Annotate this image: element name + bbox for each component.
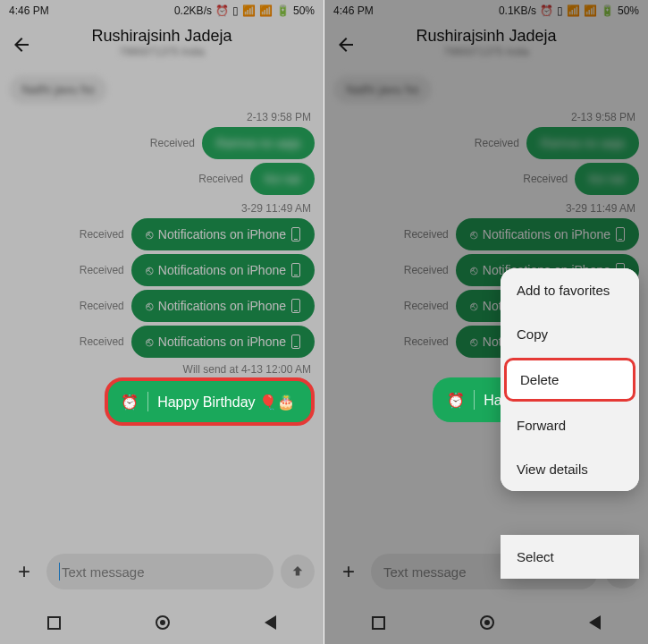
contact-subtitle: 7990071375 India [0, 46, 324, 58]
status-time: 4:46 PM [333, 4, 374, 17]
outgoing-message[interactable]: Ke nai [575, 163, 639, 195]
message-row: Received Ramva no aaja [9, 127, 315, 159]
context-menu-2: Select [501, 535, 639, 579]
menu-select[interactable]: Select [501, 535, 639, 579]
nav-bar [324, 601, 648, 644]
nav-home[interactable] [156, 615, 170, 630]
menu-copy[interactable]: Copy [501, 312, 639, 356]
alarm-icon: ⏰ [540, 4, 553, 17]
alarm-icon: ⏰ [121, 394, 139, 411]
timestamp: 2-13 9:58 PM [333, 111, 635, 123]
phone-right: 4:46 PM 0.1KB/s ⏰ ▯ 📶 📶 🔋 50% Rushirajsi… [324, 0, 648, 644]
timestamp: 3-29 11:49 AM [9, 202, 311, 215]
outgoing-message[interactable]: ⎋Notifications on iPhone [131, 326, 315, 358]
attach-button[interactable]: + [9, 556, 39, 587]
menu-add-favorites[interactable]: Add to favorites [501, 268, 639, 312]
contact-subtitle: 7990071375 India [324, 46, 648, 58]
timestamp: 3-29 11:49 AM [333, 202, 635, 215]
scheduled-message[interactable]: ⏰ Happy Birthday 🎈🎂 [105, 377, 315, 426]
input-placeholder: Text message [62, 564, 145, 580]
scheduled-text: Happy Birthday 🎈🎂 [157, 394, 295, 411]
outgoing-message[interactable]: ⎋Notifications on iPhone [131, 218, 315, 250]
nav-back[interactable] [589, 615, 601, 630]
send-button[interactable] [281, 555, 315, 589]
phone-left: 4:46 PM 0.2KB/s ⏰ ▯ 📶 📶 🔋 50% Rushirajsi… [0, 0, 324, 644]
message-input[interactable]: Text message [46, 554, 274, 589]
incoming-message[interactable]: Nathi javu ho [333, 75, 432, 104]
nav-recents[interactable] [47, 616, 61, 630]
message-row: Received ⎋Notifications on iPhone [9, 326, 315, 358]
delivery-status: Received [80, 300, 124, 312]
outgoing-message[interactable]: Ke nai [250, 163, 315, 195]
phone-icon [291, 299, 300, 313]
phone-icon [291, 263, 300, 277]
outgoing-message[interactable]: Ramva no aaja [202, 127, 315, 159]
wifi-icon: 📶 [584, 4, 597, 17]
menu-delete[interactable]: Delete [504, 358, 635, 402]
scheduled-time-label: Will send at 4-13 12:00 AM [9, 363, 311, 376]
chat-header: Rushirajsinh Jadeja 7990071375 India [0, 21, 324, 70]
message-row: Received Ke nai [9, 163, 315, 195]
status-net: 0.1KB/s [499, 4, 536, 17]
status-bar: 4:46 PM 0.2KB/s ⏰ ▯ 📶 📶 🔋 50% [0, 0, 324, 21]
signal-icon: 📶 [567, 4, 580, 17]
delivery-status: Received [198, 173, 243, 185]
input-placeholder: Text message [383, 564, 467, 580]
nav-back[interactable] [265, 615, 276, 630]
wifi-icon: 📶 [259, 4, 273, 17]
status-battery: 50% [293, 4, 315, 17]
status-bar: 4:46 PM 0.1KB/s ⏰ ▯ 📶 📶 🔋 50% [324, 0, 648, 21]
nav-recents[interactable] [372, 616, 385, 630]
outgoing-message[interactable]: ⎋Notifications on iPhone [131, 254, 315, 286]
outgoing-message[interactable]: ⎋Notifications on iPhone [131, 290, 315, 322]
delivery-status: Received [80, 228, 124, 241]
battery-icon: 🔋 [276, 4, 290, 17]
contact-name: Rushirajsinh Jadeja [0, 27, 324, 46]
menu-view-details[interactable]: View details [501, 447, 639, 491]
status-net: 0.2KB/s [174, 4, 212, 17]
timestamp: 2-13 9:58 PM [9, 111, 311, 123]
contact-name: Rushirajsinh Jadeja [324, 27, 648, 46]
outgoing-message[interactable]: Ramva no aaja [526, 127, 639, 159]
delivery-status: Received [80, 264, 124, 276]
sim-icon: ▯ [232, 4, 239, 17]
outgoing-message[interactable]: ⎋Notifications on iPhone [456, 218, 639, 250]
chat-header: Rushirajsinh Jadeja 7990071375 India [324, 21, 648, 70]
context-menu: Add to favorites Copy Delete Forward Vie… [501, 268, 639, 491]
chat-body: Nathi javu ho 2-13 9:58 PM Received Ramv… [0, 70, 324, 431]
message-row: Received ⎋Notifications on iPhone [9, 218, 315, 250]
status-time: 4:46 PM [9, 4, 49, 17]
status-battery: 50% [618, 4, 639, 17]
message-row: Received ⎋Notifications on iPhone [9, 290, 315, 322]
battery-icon: 🔋 [601, 4, 614, 17]
alarm-icon: ⏰ [215, 4, 229, 17]
message-row: Received ⎋Notifications on iPhone [9, 254, 315, 286]
alarm-icon: ⏰ [447, 392, 465, 409]
sim-icon: ▯ [557, 4, 563, 17]
phone-icon [291, 335, 300, 349]
input-bar: + Text message [0, 547, 324, 596]
menu-forward[interactable]: Forward [501, 403, 639, 447]
signal-icon: 📶 [242, 4, 256, 17]
incoming-message[interactable]: Nathi javu ho [9, 75, 107, 104]
nav-bar [0, 601, 324, 644]
attach-button[interactable]: + [333, 556, 364, 587]
delivery-status: Received [150, 137, 195, 149]
delivery-status: Received [80, 335, 124, 348]
nav-home[interactable] [480, 615, 494, 630]
phone-icon [291, 227, 300, 242]
